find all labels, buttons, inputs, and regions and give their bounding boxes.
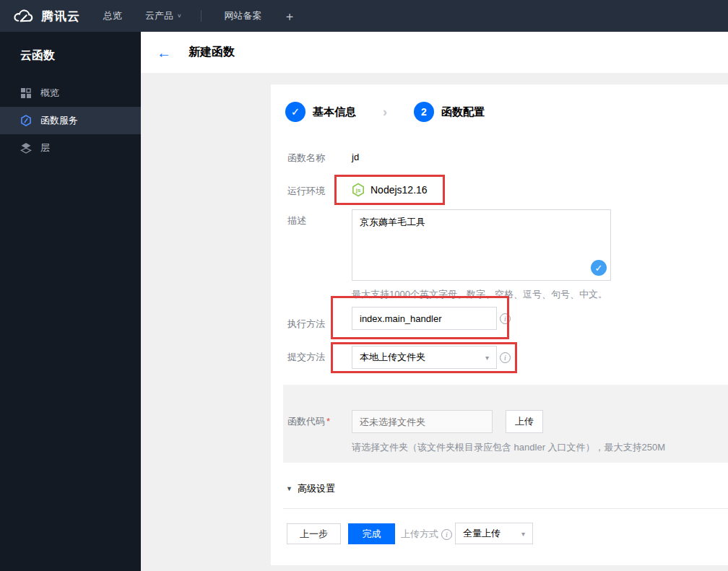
create-function-card: ✓ 基本信息 › 2 函数配置 函数名称 jd 运行环境 js Nodejs12… [271, 84, 728, 565]
sidebar-item-label: 概览 [40, 87, 59, 100]
description-label: 描述 [287, 214, 306, 227]
submit-method-value: 本地上传文件夹 [360, 351, 425, 364]
sidebar: 云函数 概览 函数服务 层 [0, 32, 141, 571]
svg-text:js: js [355, 187, 361, 193]
footer-divider [283, 508, 728, 509]
step-chevron-icon: › [383, 105, 387, 120]
runtime-value: js Nodejs12.16 [352, 180, 428, 200]
step1-label: 基本信息 [313, 105, 356, 119]
previous-step-button[interactable]: 上一步 [287, 523, 341, 544]
nav-item-cloud-products[interactable]: 云产品 ∨ [145, 9, 182, 22]
handler-info-icon[interactable]: i [500, 313, 511, 324]
step2-number-circle: 2 [414, 102, 434, 122]
runtime-label: 运行环境 [287, 185, 325, 198]
chevron-down-icon: ∨ [177, 13, 182, 19]
upload-mode-value: 全量上传 [463, 527, 500, 540]
advanced-settings-toggle[interactable]: ▼ 高级设置 [286, 482, 335, 495]
nav-add-tab-button[interactable]: ＋ [284, 8, 296, 25]
upload-mode-dropdown[interactable]: 全量上传 ▾ [455, 523, 533, 544]
sidebar-item-label: 层 [40, 141, 50, 154]
submit-method-info-icon[interactable]: i [500, 352, 511, 363]
handler-input[interactable] [352, 307, 497, 330]
sidebar-title: 云函数 [0, 32, 141, 79]
finish-button[interactable]: 完成 [348, 523, 395, 544]
cloud-logo-icon [12, 7, 35, 25]
function-hexagon-icon [20, 115, 32, 126]
triangle-down-icon: ▼ [286, 485, 292, 492]
layers-icon [20, 142, 32, 154]
sidebar-item-function-service[interactable]: 函数服务 [0, 107, 141, 134]
grid-icon [20, 87, 32, 99]
sidebar-item-overview[interactable]: 概览 [0, 79, 141, 107]
step1-done-circle: ✓ [285, 102, 306, 122]
page-title: 新建函数 [188, 45, 235, 60]
upload-button[interactable]: 上传 [506, 410, 543, 433]
submit-method-label: 提交方法 [287, 351, 325, 364]
step-indicator: ✓ 基本信息 › 2 函数配置 [285, 101, 485, 123]
check-icon: ✓ [291, 105, 300, 118]
function-name-value: jd [352, 152, 359, 162]
function-code-label: 函数代码* [287, 415, 330, 428]
description-textarea[interactable]: 京东薅羊毛工具 [352, 209, 611, 281]
submit-method-dropdown[interactable]: 本地上传文件夹 ▾ [352, 346, 497, 369]
nav-divider [201, 10, 202, 22]
page-header: ← 新建函数 [141, 32, 728, 73]
upload-mode-label: 上传方式 i [401, 528, 452, 541]
required-asterisk: * [326, 416, 330, 427]
sidebar-item-layers[interactable]: 层 [0, 134, 141, 162]
sidebar-item-label: 函数服务 [40, 114, 78, 127]
nodejs-icon: js [352, 183, 365, 197]
nav-item-icp-filing[interactable]: 网站备案 [225, 9, 262, 22]
top-nav: 腾讯云 总览 云产品 ∨ 网站备案 ＋ [0, 0, 728, 32]
back-arrow-icon[interactable]: ← [157, 45, 171, 60]
runtime-name: Nodejs12.16 [370, 184, 428, 196]
function-code-section: 函数代码* 上传 请选择文件夹（该文件夹根目录应包含 handler 入口文件）… [283, 385, 728, 463]
tencent-cloud-logo[interactable]: 腾讯云 [12, 7, 80, 25]
function-code-helper-text: 请选择文件夹（该文件夹根目录应包含 handler 入口文件），最大支持250M [352, 441, 665, 454]
function-name-label: 函数名称 [287, 152, 325, 165]
folder-path-field [352, 410, 493, 433]
description-helper-text: 最大支持1000个英文字母、数字、空格、逗号、句号、中文。 [352, 288, 607, 301]
caret-down-icon: ▾ [521, 530, 525, 538]
caret-down-icon: ▾ [485, 354, 489, 362]
advanced-settings-label: 高级设置 [298, 482, 335, 495]
step2-label: 函数配置 [441, 105, 485, 119]
valid-check-icon: ✓ [591, 260, 607, 276]
upload-mode-info-icon[interactable]: i [441, 529, 452, 540]
nav-item-overview[interactable]: 总览 [103, 9, 122, 22]
brand-name: 腾讯云 [41, 8, 80, 25]
handler-label: 执行方法 [287, 318, 325, 331]
